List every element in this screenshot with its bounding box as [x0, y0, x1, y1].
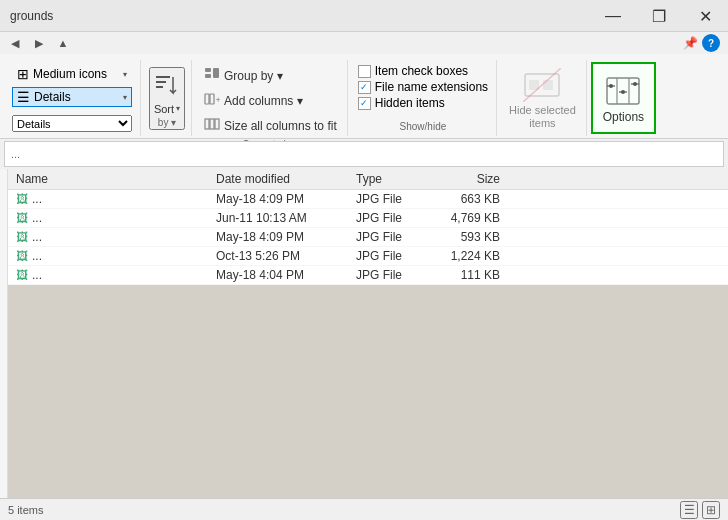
table-row[interactable]: 🖼 ... May-18 4:04 PM JPG File 111 KB [8, 266, 728, 285]
options-label: Options [603, 110, 644, 124]
forward-button[interactable]: ▶ [28, 32, 50, 54]
minimize-button[interactable]: — [590, 0, 636, 32]
medium-icons-icon: ⊞ [17, 66, 29, 82]
svg-rect-11 [215, 119, 219, 129]
back-button[interactable]: ◀ [4, 32, 26, 54]
svg-rect-10 [210, 119, 214, 129]
options-svg [605, 74, 641, 108]
pin-icon: 📌 [683, 36, 698, 50]
options-button[interactable]: Options [591, 62, 656, 134]
status-item-count: 5 items [8, 504, 43, 516]
address-text: ... [11, 148, 20, 160]
file-icon: 🖼 [16, 230, 28, 244]
help-button[interactable]: ? [702, 34, 720, 52]
file-date-cell: May-18 4:09 PM [208, 230, 348, 244]
item-checkboxes-label: Item check boxes [375, 64, 468, 78]
layout-section: ⊞ Medium icons ▾ ☰ Details ▾ Details [4, 60, 141, 136]
current-view-section: Group by ▾ + Add columns ▾ Size all colu… [194, 60, 348, 136]
file-name-cell: 🖼 ... [8, 211, 208, 225]
size-all-columns-label: Size all columns to fit [224, 119, 337, 133]
file-name: ... [32, 268, 42, 282]
file-name-extensions-label: File name extensions [375, 80, 488, 94]
item-checkboxes-row[interactable]: Item check boxes [358, 64, 488, 78]
col-header-type[interactable]: Type [348, 172, 428, 186]
svg-rect-2 [156, 86, 163, 88]
options-icon [603, 72, 643, 110]
medium-icons-label: Medium icons [33, 67, 107, 81]
table-row[interactable]: 🖼 ... Oct-13 5:26 PM JPG File 1,224 KB [8, 247, 728, 266]
file-date-cell: Oct-13 5:26 PM [208, 249, 348, 263]
file-name-extensions-checkbox[interactable]: ✓ [358, 81, 371, 94]
large-icons-view-button[interactable]: ⊞ [702, 501, 720, 519]
empty-area [8, 285, 728, 498]
table-row[interactable]: 🖼 ... Jun-11 10:13 AM JPG File 4,769 KB [8, 209, 728, 228]
sort-button[interactable]: Sort ▾ by ▾ [149, 67, 185, 130]
col-header-name[interactable]: Name [8, 172, 208, 186]
status-right: ☰ ⊞ [680, 501, 720, 519]
file-name: ... [32, 211, 42, 225]
svg-rect-14 [543, 80, 553, 90]
up-button[interactable]: ▲ [52, 32, 74, 54]
group-by-button[interactable]: Group by ▾ [200, 64, 341, 87]
title-bar: grounds — ❐ ✕ [0, 0, 728, 32]
file-name-extensions-row[interactable]: ✓ File name extensions [358, 80, 488, 94]
file-list-wrapper: Name Date modified Type Size 🖼 ... May-1… [0, 169, 728, 498]
status-bar: 5 items ☰ ⊞ [0, 498, 728, 520]
sort-section: Sort ▾ by ▾ [143, 60, 192, 136]
item-checkboxes-checkbox[interactable] [358, 65, 371, 78]
sort-arrow: ▾ [176, 104, 180, 113]
sort-icon [151, 69, 183, 101]
medium-icons-button[interactable]: ⊞ Medium icons ▾ [12, 64, 132, 85]
medium-icons-arrow: ▾ [123, 70, 127, 79]
svg-rect-1 [156, 81, 166, 83]
add-columns-label: Add columns ▾ [224, 94, 303, 108]
show-hide-label: Show/hide [400, 121, 447, 132]
size-columns-icon [204, 116, 220, 135]
file-type-cell: JPG File [348, 211, 428, 225]
details-view-button[interactable]: ☰ [680, 501, 698, 519]
file-name-cell: 🖼 ... [8, 249, 208, 263]
svg-text:+: + [216, 95, 221, 105]
file-name: ... [32, 192, 42, 206]
close-button[interactable]: ✕ [682, 0, 728, 32]
hide-selected-label-line1: Hide selected [509, 104, 576, 117]
file-name-cell: 🖼 ... [8, 268, 208, 282]
file-size-cell: 1,224 KB [428, 249, 508, 263]
file-name-cell: 🖼 ... [8, 230, 208, 244]
quick-access-bar: ◀ ▶ ▲ 📌 ? [0, 32, 728, 54]
window: grounds — ❐ ✕ ◀ ▶ ▲ 📌 ? ⊞ Medium icons ▾ [0, 0, 728, 520]
svg-rect-5 [213, 68, 219, 78]
size-all-columns-button[interactable]: Size all columns to fit [200, 114, 341, 137]
hidden-items-row[interactable]: ✓ Hidden items [358, 96, 488, 110]
file-type-cell: JPG File [348, 230, 428, 244]
file-date-cell: May-18 4:04 PM [208, 268, 348, 282]
maximize-button[interactable]: ❐ [636, 0, 682, 32]
table-row[interactable]: 🖼 ... May-18 4:09 PM JPG File 593 KB [8, 228, 728, 247]
layout-dropdown[interactable]: Details [12, 115, 132, 132]
table-row[interactable]: 🖼 ... May-18 4:09 PM JPG File 663 KB [8, 190, 728, 209]
file-name-cell: 🖼 ... [8, 192, 208, 206]
file-type-cell: JPG File [348, 268, 428, 282]
file-name: ... [32, 230, 42, 244]
file-size-cell: 4,769 KB [428, 211, 508, 225]
hide-selected-svg [523, 68, 561, 102]
sort-label: Sort [154, 103, 174, 115]
address-bar: ... [4, 141, 724, 167]
svg-rect-0 [156, 76, 170, 78]
window-title: grounds [10, 9, 53, 23]
file-list-header: Name Date modified Type Size [8, 169, 728, 190]
details-button[interactable]: ☰ Details ▾ [12, 87, 132, 108]
svg-rect-7 [210, 94, 214, 104]
title-bar-controls: — ❐ ✕ [590, 0, 728, 31]
file-name: ... [32, 249, 42, 263]
show-hide-section: Item check boxes ✓ File name extensions … [350, 60, 497, 136]
hide-selected-section: Hide selected items [499, 60, 587, 136]
file-date-cell: May-18 4:09 PM [208, 192, 348, 206]
group-by-icon [204, 66, 220, 85]
svg-rect-3 [205, 68, 211, 72]
add-columns-button[interactable]: + Add columns ▾ [200, 89, 341, 112]
col-header-size[interactable]: Size [428, 172, 508, 186]
hidden-items-checkbox[interactable]: ✓ [358, 97, 371, 110]
file-icon: 🖼 [16, 192, 28, 206]
col-header-date[interactable]: Date modified [208, 172, 348, 186]
